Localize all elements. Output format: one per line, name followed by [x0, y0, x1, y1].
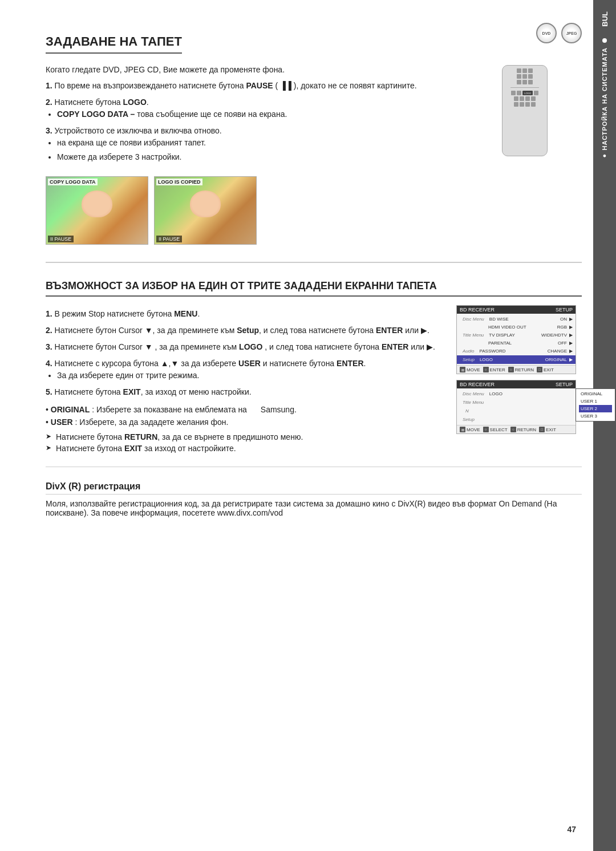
s2-step-1: 1. В режим Stop натиснете бутона MENU. — [46, 308, 445, 320]
menu1-header-left: BD RECEIVER — [460, 307, 495, 313]
menu2-row-4: Setup — [457, 415, 576, 424]
move-label: MOVE — [467, 367, 480, 372]
setup-bold: Setup — [237, 326, 259, 335]
enter-icon: ○ — [483, 367, 489, 372]
arrow-notes: ➤ Натиснете бутона RETURN, за да се върн… — [46, 432, 445, 453]
section2-content: 1. В режим Stop натиснете бутона MENU. 2… — [46, 305, 582, 455]
menu1-section-setup: Setup — [460, 356, 477, 363]
preview-label-2: LOGO IS COPIED — [156, 179, 202, 185]
remote-btn-19 — [525, 102, 530, 107]
step-2-bullets: COPY LOGO DATA – това съобщение ще се по… — [57, 108, 456, 120]
enter-label: ENTER — [490, 367, 505, 372]
menu1-arrow-4: ▶ — [569, 341, 573, 346]
submenu-user2: USER 2 — [579, 405, 612, 412]
remote-btn-8 — [522, 80, 527, 84]
menu1-arrow-6: ▶ — [569, 357, 573, 362]
menu1-value-4: OFF — [558, 341, 567, 346]
remote-logo-btn: LOGO — [522, 91, 533, 95]
preview-pause-1: II PAUSE — [48, 236, 74, 242]
remote-btn-12 — [534, 91, 538, 95]
menu1-row-6: Setup LOGO ORIGINAL ▶ — [457, 355, 576, 364]
menu1-value-6: ORIGINAL — [545, 357, 567, 362]
s2-step-2: 2. Натиснете бутон Cursor ▼, за да преми… — [46, 325, 445, 337]
exit-icon-2: □ — [539, 427, 545, 432]
step-3-num: 3. — [46, 126, 52, 135]
section2-menus: BD RECEIVER SETUP Disc Menu BD WISE ON ▶… — [456, 305, 582, 455]
menu2-header: BD RECEIVER SETUP — [457, 380, 576, 388]
menu-mockup-2: BD RECEIVER SETUP Disc Menu LOGO ORIGINA… — [456, 380, 576, 434]
step-1-num: 1. — [46, 81, 52, 90]
preview-label-1: COPY LOGO DATA — [48, 179, 98, 185]
submenu-user1: USER 1 — [579, 398, 612, 405]
remote-btn-20 — [531, 102, 536, 107]
exit-icon: □ — [537, 367, 542, 372]
return-bold: RETURN — [124, 432, 157, 441]
arrow-symbol-1: ➤ — [46, 432, 51, 440]
submenu-user3: USER 3 — [579, 412, 612, 420]
page-number: 47 — [567, 825, 576, 834]
remote-btn-11 — [517, 91, 521, 95]
section2-title: ВЪЗМОЖНОСТ ЗА ИЗБОР НА ЕДИН ОТ ТРИТЕ ЗАД… — [46, 280, 582, 297]
exit-label-2: EXIT — [546, 427, 556, 432]
menu1-footer-return: ○ RETURN — [508, 367, 534, 372]
menu2-section-setup2: Setup — [460, 416, 477, 423]
remote-btn-2 — [522, 68, 527, 73]
menu2-footer-select: ○ SELECT — [483, 427, 508, 432]
menu2-row-2: Title Menu — [457, 398, 576, 407]
sidebar-bul-label: BUL — [601, 11, 609, 27]
menu2-label-1: LOGO — [489, 391, 570, 396]
menu1-footer-enter: ○ ENTER — [483, 367, 505, 372]
original-bold: ORIGINAL — [51, 405, 90, 414]
section1-text-col: Когато гледате DVD, JPEG CD, Вие можете … — [46, 65, 456, 168]
section2-steps: 1. В режим Stop натиснете бутона MENU. 2… — [46, 308, 445, 398]
menu1-section-audio: Audio — [460, 348, 477, 354]
menu1-label-1: BD WISE — [489, 317, 558, 322]
remote-btn-17 — [514, 102, 518, 107]
menu1-header: BD RECEIVER SETUP — [457, 306, 576, 314]
s2-step-1-num: 1. — [46, 309, 52, 318]
s2-step-2-num: 2. — [46, 326, 52, 335]
enter-bold-1: ENTER — [376, 326, 403, 335]
preview-images: COPY LOGO DATA II PAUSE LOGO IS COPIED I… — [46, 176, 582, 245]
user-bold-2: USER — [51, 418, 73, 427]
menu1-row-2: HDMI VIDEO OUT RGB ▶ — [457, 323, 576, 331]
menu1-header-right: SETUP — [556, 307, 573, 313]
menu1-section-disc: Disc Menu — [460, 316, 487, 322]
step-2-bullet-1: COPY LOGO DATA – това съобщение ще се по… — [57, 108, 456, 120]
arrow-exit: ➤ Натиснете бутона EXIT за изход от наст… — [46, 444, 445, 453]
menu-bold: MENU — [174, 309, 197, 318]
remote-btn-9 — [528, 80, 533, 84]
move-label-2: MOVE — [467, 427, 480, 432]
s2-step-3-num: 3. — [46, 342, 52, 351]
menu2-submenu: ORIGINAL USER 1 USER 2 USER 3 — [576, 388, 615, 422]
remote-btn-14 — [520, 96, 524, 101]
menu1-footer: ⊠ MOVE ○ ENTER ○ RETURN □ — [457, 365, 576, 374]
menu1-footer-move: ⊠ MOVE — [460, 367, 480, 372]
exit-bold-2: EXIT — [124, 444, 142, 453]
menu2-section-title: Title Menu — [460, 399, 487, 406]
page-container: BUL ● НАСТРОЙКА НА СИСТЕМАТА DVD JPEG ЗА… — [0, 0, 616, 851]
menu2-footer: ⊠ MOVE ○ SELECT ○ RETURN □ — [457, 425, 576, 433]
section2-izbor: ВЪЗМОЖНОСТ ЗА ИЗБОР НА ЕДИН ОТ ТРИТЕ ЗАД… — [46, 280, 582, 467]
menu2-footer-exit: □ EXIT — [539, 427, 556, 432]
select-label: SELECT — [490, 427, 508, 432]
note-user: • USER : Изберете, за да зададете желани… — [46, 418, 445, 427]
menu1-arrow-1: ▶ — [569, 317, 573, 322]
logo-bold: LOGO — [123, 98, 147, 107]
menu1-value-3: WIDE/HDTV — [541, 333, 567, 338]
section3-divx: DivX (R) регистрация Моля, използвайте р… — [46, 481, 582, 517]
menu2-section-disc: Disc Menu — [460, 391, 487, 397]
s2-step-5-num: 5. — [46, 387, 52, 396]
remote-btn-6 — [528, 74, 533, 79]
remote-btn-10 — [511, 91, 516, 95]
s2-step-5: 5. Натиснете бутона EXIT, за изход от ме… — [46, 386, 445, 398]
menu1-row-1: Disc Menu BD WISE ON ▶ — [457, 315, 576, 323]
copy-logo-bold: COPY LOGO DATA – — [57, 110, 135, 119]
dvd-icon: DVD — [536, 23, 557, 43]
top-disc-icons: DVD JPEG — [536, 23, 582, 43]
menu2-row-3: N — [457, 407, 576, 415]
remote-btn-13 — [514, 96, 518, 101]
remote-btn-16 — [531, 96, 536, 101]
s2-step-4: 4. Натиснете с курсора бутона ▲,▼ за да … — [46, 358, 445, 382]
section1-tapeet: ЗАДАВАНЕ НА ТАПЕТ Когато гледате DVD, JP… — [46, 34, 582, 263]
